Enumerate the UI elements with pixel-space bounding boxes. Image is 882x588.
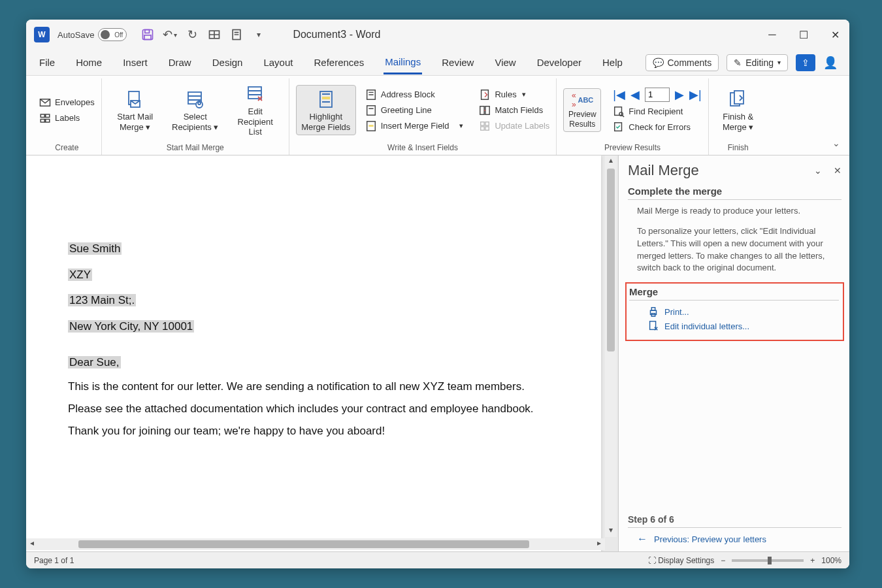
greeting-line-button[interactable]: Greeting Line <box>365 105 464 116</box>
save-icon[interactable] <box>141 28 154 41</box>
edit-recipient-list-button[interactable]: EditRecipient List <box>229 80 282 140</box>
main-area: Sue Smith XZY 123 Main St;. New York Cit… <box>26 155 849 551</box>
merge-actions-box: Merge Print... Edit individual letters..… <box>625 282 844 341</box>
horizontal-scrollbar[interactable]: ◂ ▸ <box>26 538 605 550</box>
labels-icon <box>39 112 51 124</box>
edit-individual-letters-link[interactable]: Edit individual letters... <box>647 320 839 332</box>
collapse-ribbon-button[interactable]: ⌄ <box>832 138 840 148</box>
close-button[interactable]: ✕ <box>828 29 841 41</box>
group-start-mail-merge: Start MailMerge ▾ SelectRecipients ▾ Edi… <box>102 78 289 155</box>
autosave-control[interactable]: AutoSave Off <box>57 28 127 41</box>
tab-insert[interactable]: Insert <box>122 52 149 73</box>
labels-button[interactable]: Labels <box>39 112 95 124</box>
qat-customize-icon[interactable]: ▾ <box>252 28 265 41</box>
zoom-in-button[interactable]: + <box>810 556 815 565</box>
share-button[interactable]: ⇪ <box>796 54 815 71</box>
undo-icon[interactable]: ↶▾ <box>163 28 176 41</box>
mail-merge-taskpane: Mail Merge ⌄ ✕ Complete the merge Mail M… <box>618 155 849 551</box>
complete-merge-heading: Complete the merge <box>628 186 841 200</box>
chevron-down-icon: ▾ <box>522 90 526 99</box>
svg-rect-54 <box>650 321 656 330</box>
step-indicator: Step 6 of 6 <box>628 514 841 528</box>
editing-mode-button[interactable]: ✎ Editing ▾ <box>727 54 788 71</box>
autosave-state: Off <box>114 31 123 39</box>
chevron-down-icon: ▾ <box>777 59 781 66</box>
table-icon[interactable] <box>208 28 221 41</box>
tab-developer[interactable]: Developer <box>536 52 583 73</box>
page-indicator[interactable]: Page 1 of 1 <box>34 556 74 565</box>
tab-draw[interactable]: Draw <box>167 52 193 73</box>
print-link[interactable]: Print... <box>647 306 839 318</box>
tab-file[interactable]: File <box>38 52 56 73</box>
document-area: Sue Smith XZY 123 Main St;. New York Cit… <box>26 155 618 551</box>
finish-merge-icon <box>727 88 749 110</box>
rules-button[interactable]: Rules ▾ <box>479 89 549 101</box>
last-record-button[interactable]: ▶| <box>689 88 702 102</box>
match-fields-button[interactable]: Match Fields <box>479 105 549 116</box>
scroll-down-button[interactable]: ▾ <box>605 525 617 537</box>
tab-design[interactable]: Design <box>211 52 244 73</box>
svg-rect-44 <box>485 126 489 129</box>
envelopes-button[interactable]: Envelopes <box>39 97 95 108</box>
taskpane-collapse-button[interactable]: ⌄ <box>814 165 822 176</box>
vertical-scrollbar[interactable]: ▴ ▾ <box>605 155 617 537</box>
taskpane-close-button[interactable]: ✕ <box>834 165 841 176</box>
find-recipient-button[interactable]: Find Recipient <box>613 106 701 118</box>
select-recipients-icon <box>184 88 206 110</box>
titlebar: W AutoSave Off ↶▾ ↻ ▾ Document3 - Word <box>26 20 849 50</box>
tab-mailings[interactable]: Mailings <box>384 51 422 74</box>
svg-rect-38 <box>480 106 484 114</box>
print-icon <box>647 306 659 318</box>
prev-record-button[interactable]: ◀ <box>630 88 640 102</box>
scroll-right-button[interactable]: ▸ <box>593 538 605 550</box>
record-number-input[interactable] <box>645 88 670 102</box>
page-icon[interactable] <box>230 28 243 41</box>
tab-help[interactable]: Help <box>601 52 624 73</box>
insert-merge-field-button[interactable]: Insert Merge Field ▾ <box>365 120 464 132</box>
minimize-button[interactable]: ─ <box>766 29 779 41</box>
greeting-line-icon <box>365 105 377 116</box>
horizontal-scroll-thumb[interactable] <box>78 540 529 548</box>
vertical-scroll-thumb[interactable] <box>607 169 615 351</box>
tab-references[interactable]: References <box>312 52 365 73</box>
previous-step-link[interactable]: ← Previous: Preview your letters <box>637 533 841 545</box>
complete-merge-text-1: Mail Merge is ready to produce your lett… <box>637 205 841 218</box>
start-mail-merge-button[interactable]: Start MailMerge ▾ <box>108 86 162 135</box>
svg-rect-13 <box>46 114 50 118</box>
select-recipients-button[interactable]: SelectRecipients ▾ <box>169 86 222 135</box>
svg-rect-23 <box>248 87 261 99</box>
tab-layout[interactable]: Layout <box>262 52 294 73</box>
redo-icon[interactable]: ↻ <box>186 28 199 41</box>
word-icon: W <box>34 27 50 42</box>
taskpane-title: Mail Merge <box>628 162 699 179</box>
arrow-left-icon: ← <box>637 533 647 545</box>
tab-review[interactable]: Review <box>440 52 475 73</box>
scroll-left-button[interactable]: ◂ <box>26 538 38 550</box>
first-record-button[interactable]: |◀ <box>613 88 625 102</box>
group-preview-label: Preview Results <box>563 142 701 155</box>
address-block-button[interactable]: Address Block <box>365 89 464 101</box>
zoom-out-button[interactable]: − <box>721 556 725 565</box>
tab-home[interactable]: Home <box>74 52 103 73</box>
comments-button[interactable]: 💬 Comments <box>645 54 719 71</box>
svg-rect-2 <box>144 35 151 40</box>
account-icon[interactable]: 👤 <box>823 56 838 70</box>
document-page[interactable]: Sue Smith XZY 123 Main St;. New York Cit… <box>26 155 601 551</box>
highlight-merge-fields-button[interactable]: HighlightMerge Fields <box>296 85 356 135</box>
tab-view[interactable]: View <box>493 52 517 73</box>
check-errors-button[interactable]: Check for Errors <box>613 122 701 133</box>
display-settings-button[interactable]: ⛶ Display Settings <box>648 556 714 565</box>
preview-results-button[interactable]: « » ABC PreviewResults <box>563 88 601 132</box>
display-settings-icon: ⛶ <box>648 556 658 565</box>
complete-merge-text-2: To personalize your letters, click "Edit… <box>637 225 841 274</box>
zoom-level[interactable]: 100% <box>821 556 841 565</box>
update-labels-icon <box>479 120 491 132</box>
finish-merge-button[interactable]: Finish &Merge ▾ <box>715 86 761 135</box>
zoom-slider-knob[interactable] <box>768 557 772 564</box>
body-line-3: Thank you for joining our team; we're ha… <box>68 425 559 438</box>
maximize-button[interactable]: ☐ <box>797 29 810 41</box>
zoom-slider[interactable] <box>732 559 804 562</box>
autosave-toggle[interactable]: Off <box>98 28 127 41</box>
scroll-up-button[interactable]: ▴ <box>605 155 617 167</box>
next-record-button[interactable]: ▶ <box>675 88 684 102</box>
